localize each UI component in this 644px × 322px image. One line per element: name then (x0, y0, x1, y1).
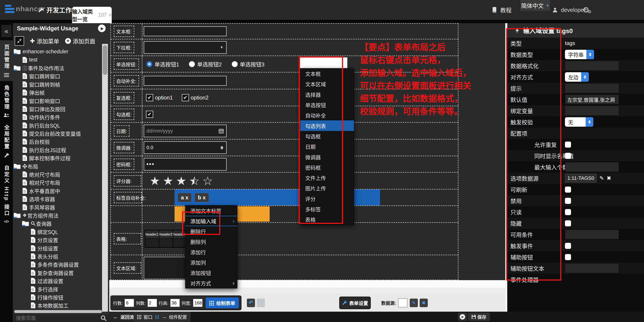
menu-item[interactable]: 添加行 (186, 247, 237, 257)
tag-chip[interactable]: a x (178, 193, 192, 202)
form-label-cell[interactable]: 评分器: (111, 173, 142, 189)
language-selector[interactable]: 简体中文 ▼ (520, 0, 550, 11)
tree-item[interactable]: 手风琴容器 (13, 203, 102, 211)
right-clicked-cell-highlight[interactable] (300, 57, 347, 68)
form-label-cell[interactable]: 文本区域: (111, 255, 142, 281)
search-icon[interactable] (101, 315, 106, 321)
tree-item[interactable]: 行操作按钮 (13, 293, 102, 301)
type-menu-item[interactable]: 微调器 (300, 152, 354, 162)
radio-option[interactable]: 单选按钮3 (232, 60, 264, 68)
page-tab[interactable]: 输入域类型一览 107 × (72, 7, 112, 23)
panel-input[interactable] (565, 83, 619, 93)
breadcrumb-config[interactable]: 组件配置 (169, 314, 187, 320)
date-input[interactable]: dd/mm/yyyy (144, 125, 226, 137)
run-project-button[interactable]: ▶ (98, 24, 106, 32)
form-input-cell[interactable] (142, 24, 458, 39)
tree-item[interactable]: enhancer-scheduler (13, 47, 102, 55)
menu-item[interactable]: 删除行 (186, 226, 237, 237)
edit-pencil-icon[interactable]: ✎ (600, 175, 604, 181)
type-menu-item[interactable]: 密码框 (300, 162, 354, 173)
tree-item[interactable]: 提交后台前改变变量值 (13, 129, 102, 137)
checkbox-icon[interactable]: ✔ (146, 94, 153, 101)
star-full-icon[interactable]: ★ (150, 175, 160, 187)
tree-item[interactable]: 表头分组 (13, 252, 102, 260)
spinner-input[interactable]: 0.0 (144, 141, 226, 154)
form-label-cell[interactable]: 密码框: (111, 156, 142, 172)
panel-input[interactable]: 左宗堂,曾国藩,张之洞 (565, 94, 619, 104)
star-full-icon[interactable]: ★ (176, 175, 186, 187)
form-label-cell[interactable]: 标签自动补全: (111, 189, 142, 205)
form-label-cell[interactable]: 文本框: (111, 24, 142, 39)
panel-input[interactable] (565, 162, 619, 172)
form-label-cell[interactable]: 下拉框: (111, 39, 142, 55)
type-menu-item[interactable]: 评分 (300, 194, 354, 204)
tree-item[interactable]: 复杂查询器设置 (13, 269, 102, 277)
add-page-button[interactable]: + 添加页面 (65, 37, 95, 45)
form-label-cell[interactable]: 微调器: (111, 139, 142, 156)
tree-item[interactable]: 窗口弹出及按回 (13, 105, 102, 113)
search-input[interactable] (13, 315, 101, 321)
radio-icon[interactable] (146, 61, 152, 67)
settings-gear-icon[interactable]: ⚙⚙ (582, 5, 593, 15)
form-label-cell[interactable]: 勾选框: (111, 106, 142, 122)
strip-item-3[interactable]: 全局配置 (0, 121, 13, 161)
checkbox-option[interactable]: ✔option1 (146, 94, 173, 101)
panel-checkbox[interactable] (565, 153, 571, 159)
password-input[interactable]: ••• (144, 158, 226, 171)
type-menu-item[interactable]: 多标签 (300, 204, 354, 214)
form-label-cell[interactable]: 自动补全: (111, 72, 142, 89)
form-label-cell[interactable] (111, 206, 142, 222)
draw-form-button[interactable]: 绘制表单 (206, 298, 239, 308)
tree-item[interactable]: ❖官方组件用法 (13, 211, 102, 219)
tree-item[interactable]: 窗口跳转窗口 (13, 72, 102, 80)
panel-input[interactable] (565, 230, 619, 239)
tree-item[interactable]: ⓘ事件及动作用法 (13, 64, 102, 72)
radio-icon[interactable] (232, 61, 238, 67)
panel-checkbox[interactable] (565, 220, 571, 226)
form-label-cell[interactable]: 单选按钮: (111, 56, 142, 72)
menu-item[interactable]: 添加文本标签 (186, 205, 237, 216)
menu-item[interactable]: 添加按钮 (186, 268, 237, 278)
tree-item[interactable]: 弹出帧 (13, 88, 102, 96)
type-menu-item[interactable]: 表格 (300, 214, 354, 225)
undo-button[interactable]: ↶ (247, 299, 255, 307)
tree-item[interactable]: 后台校验 (13, 137, 102, 146)
tree-item[interactable]: 绝对尺寸布局 (13, 170, 102, 178)
panel-input[interactable] (565, 61, 619, 71)
type-menu-item[interactable]: 文本框 (300, 68, 354, 79)
datasource-chip[interactable]: 1:11-TAGS0 (565, 174, 597, 183)
tree-item[interactable]: 动作执行条件 (13, 113, 102, 121)
type-menu-item[interactable]: 图片上传 (300, 183, 354, 193)
add-menu-button[interactable]: ✚ 添加菜单 (30, 37, 59, 45)
panel-checkbox[interactable] (565, 209, 571, 215)
panel-select[interactable]: 左边 (565, 72, 589, 82)
calendar-icon[interactable] (218, 128, 224, 134)
tree-item[interactable]: 执行后台JS过程 (13, 146, 102, 154)
strip-item-2[interactable]: 角色管理 (0, 81, 13, 121)
tree-item[interactable]: 窗口跳转到帧 (13, 80, 102, 88)
form-settings-button[interactable]: 表单设置 (339, 297, 371, 309)
tree-item[interactable]: 查询器 (13, 219, 102, 228)
row-height-input[interactable] (170, 299, 180, 307)
type-menu-item[interactable]: 勾选框 (300, 131, 354, 141)
col-width-input[interactable] (193, 299, 202, 307)
strip-item-1[interactable]: 页面管理 (0, 40, 13, 81)
strip-item-4[interactable]: 自定义 Http 接口</> (0, 161, 13, 227)
tree-item[interactable]: 多条件查询器设置 (13, 260, 102, 269)
redo-button[interactable]: ↷ (257, 299, 265, 307)
checkbox-option[interactable]: ✔option2 (182, 94, 208, 101)
type-menu-item[interactable]: 单选按钮 (300, 100, 354, 110)
radio-icon[interactable] (189, 61, 195, 67)
spinner-down-icon[interactable] (220, 148, 224, 151)
menu-item[interactable]: 对齐方式› (186, 278, 237, 288)
sidebar-scrollbar-track[interactable] (102, 44, 108, 312)
type-menu-item[interactable]: 文件上传 (300, 173, 354, 183)
panel-checkbox[interactable] (565, 198, 571, 204)
text-input[interactable] (144, 76, 226, 86)
type-menu-item[interactable]: 自动补全 (300, 110, 354, 120)
tree-item[interactable]: 本地数据加工 (13, 301, 102, 310)
tab-close-icon[interactable]: × (108, 12, 112, 18)
edit-datasource-button[interactable]: ✎ (410, 299, 418, 307)
radio-option[interactable]: 单选按钮2 (189, 60, 222, 68)
type-menu-item[interactable]: 勾选列表 (300, 120, 354, 131)
